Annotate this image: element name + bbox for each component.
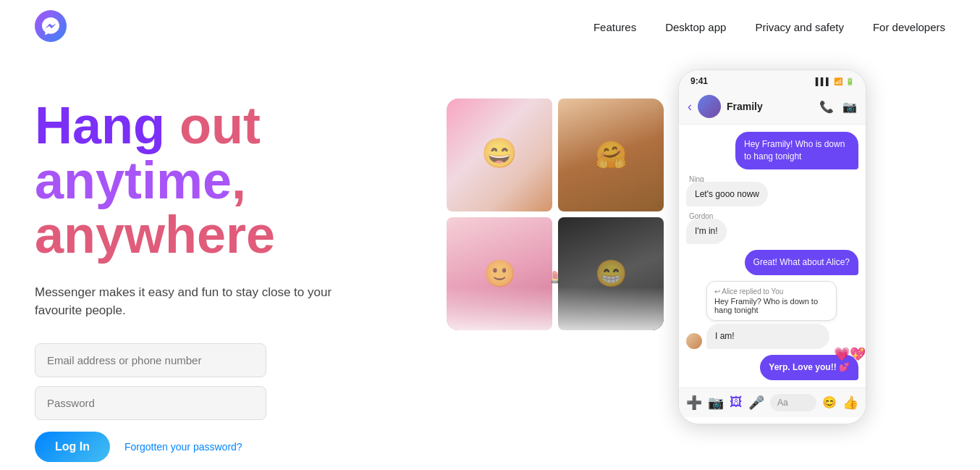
logo[interactable] bbox=[35, 10, 67, 45]
phone-time: 9:41 bbox=[690, 76, 708, 86]
video-cell-2: 🤗 bbox=[558, 98, 664, 211]
nav-developers[interactable]: For developers bbox=[873, 21, 945, 33]
forgot-password-link[interactable]: Forgotten your password? bbox=[124, 441, 242, 453]
message-1: Hey Framily! Who is down to hang tonight bbox=[735, 132, 858, 169]
reply-block: ↩ Alice replied to You Hey Framily? Who … bbox=[686, 281, 858, 349]
phone-call-actions: 📞 📷 bbox=[819, 100, 857, 114]
reply-text: Hey Framily? Who is down to hang tonight bbox=[714, 297, 829, 314]
right-panel: 🤗 🙂 😁 9:41 ▌▌▌ 📶 🔋 bbox=[368, 70, 945, 432]
phone-video-icon[interactable]: 📷 bbox=[842, 100, 857, 114]
video-grid: 🤗 🙂 😁 bbox=[447, 98, 664, 330]
message-4: Great! What about Alice? bbox=[745, 250, 858, 275]
message-input[interactable]: Aa bbox=[770, 394, 816, 411]
hero-headline: Hang out anytime, anywhere bbox=[35, 98, 368, 263]
phone-chat: Hey Framily! Who is down to hang tonight… bbox=[679, 125, 866, 387]
phone-call-icon[interactable]: 📞 bbox=[819, 100, 834, 114]
hearts-decoration: 💗💖 bbox=[834, 346, 866, 362]
message-3: I'm in! bbox=[686, 219, 727, 244]
mic-icon[interactable]: 🎤 bbox=[748, 395, 764, 411]
phone-toolbar: ➕ 📷 🖼 🎤 Aa 😊 👍 bbox=[679, 387, 866, 417]
camera-icon[interactable]: 📷 bbox=[708, 395, 724, 411]
hero-subtext: Messenger makes it easy and fun to stay … bbox=[35, 283, 346, 320]
phone-header: ‹ Framily 📞 📷 bbox=[679, 89, 866, 125]
email-input[interactable] bbox=[35, 343, 266, 377]
video-cell-1 bbox=[447, 98, 552, 211]
nav-features[interactable]: Features bbox=[594, 21, 636, 33]
reply-header: ↩ Alice replied to You bbox=[714, 288, 829, 295]
contact-name: Framily bbox=[727, 101, 814, 112]
main-content: Hang out anytime, anywhere Messenger mak… bbox=[0, 55, 980, 462]
password-input[interactable] bbox=[35, 386, 266, 420]
login-button[interactable]: Log In bbox=[35, 432, 110, 462]
image-icon[interactable]: 🖼 bbox=[730, 395, 743, 410]
nav-desktop-app[interactable]: Desktop app bbox=[665, 21, 726, 33]
thumbs-up-icon[interactable]: 👍 bbox=[842, 395, 858, 411]
phone-status-bar: 9:41 ▌▌▌ 📶 🔋 bbox=[679, 70, 866, 89]
emoji-icon[interactable]: 😊 bbox=[822, 395, 837, 409]
add-icon[interactable]: ➕ bbox=[686, 395, 702, 411]
login-form: Log In Forgotten your password? bbox=[35, 343, 266, 462]
contact-avatar bbox=[698, 95, 721, 118]
mockup-container: 🤗 🙂 😁 9:41 ▌▌▌ 📶 🔋 bbox=[447, 70, 866, 432]
phone-back-button[interactable]: ‹ bbox=[688, 99, 692, 114]
left-panel: Hang out anytime, anywhere Messenger mak… bbox=[35, 77, 368, 462]
form-actions: Log In Forgotten your password? bbox=[35, 432, 266, 462]
alice-avatar bbox=[686, 333, 702, 349]
phone-mockup: 9:41 ▌▌▌ 📶 🔋 ‹ Framily 📞 📷 bbox=[678, 70, 866, 424]
message-2: Let's gooo noww bbox=[686, 182, 768, 207]
nav-privacy-safety[interactable]: Privacy and safety bbox=[755, 21, 844, 33]
alice-reply-bubble: ↩ Alice replied to You Hey Framily? Who … bbox=[706, 281, 837, 321]
alice-message: I am! bbox=[706, 324, 829, 349]
nav-links: Features Desktop app Privacy and safety … bbox=[594, 21, 945, 34]
svg-point-0 bbox=[35, 10, 67, 42]
phone-status-icons: ▌▌▌ 📶 🔋 bbox=[816, 77, 854, 85]
love-message-wrapper: Yerp. Love you!! 💕 💗💖 bbox=[760, 355, 858, 380]
navbar: Features Desktop app Privacy and safety … bbox=[0, 0, 980, 55]
